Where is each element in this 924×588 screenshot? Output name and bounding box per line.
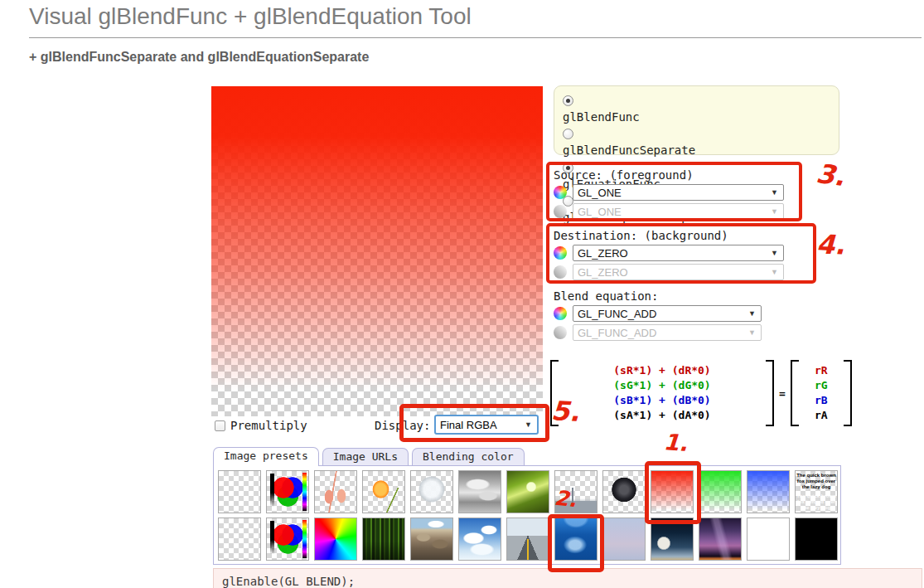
chevron-down-icon: ▼: [771, 249, 778, 257]
blend-equation-label: Blend equation:: [554, 289, 762, 303]
glblendfuncseparate-radio[interactable]: [563, 129, 573, 139]
white-thumbnail[interactable]: [747, 518, 790, 561]
black-thumbnail[interactable]: [795, 518, 838, 561]
annotation-number-3: 3.: [815, 163, 846, 189]
tulip-thumbnail[interactable]: [362, 470, 405, 513]
code-snippet: glEnable(GL_BLEND);: [213, 568, 922, 588]
matrix-bracket: [791, 360, 799, 426]
moon-thumbnail[interactable]: [651, 518, 694, 561]
display-select[interactable]: Final RGBA ▼: [434, 415, 539, 435]
bubble-thumbnail[interactable]: [410, 470, 453, 513]
blend-formula: (sR*1) + (dR*0) (sG*1) + (dG*0) (sB*1) +…: [550, 360, 852, 426]
chevron-down-icon: ▼: [771, 207, 778, 216]
chevron-down-icon: ▼: [771, 268, 778, 276]
premultiply-checkbox[interactable]: [215, 420, 225, 431]
display-label: Display:: [375, 419, 430, 432]
destination-label: Destination: (background): [554, 229, 784, 242]
blend-equation-select[interactable]: GL_FUNC_ADD ▼: [573, 305, 762, 322]
color-wheel-disabled-icon: [554, 265, 567, 279]
color-wheel-icon: [554, 307, 567, 320]
matrix-bracket: [550, 360, 559, 426]
function-options-panel: glBlendFuncglBlendFuncSeparate glEquatio…: [554, 85, 839, 155]
tab-image-presets[interactable]: Image presets: [213, 447, 319, 466]
source-alpha-select-disabled: GL_ONE ▼: [573, 203, 784, 220]
chevron-down-icon: ▼: [748, 309, 756, 318]
blend-func-radio-row: glBlendFuncglBlendFuncSeparate: [563, 92, 619, 155]
result-green: rG: [803, 378, 839, 393]
blend-preview-canvas: [211, 86, 543, 416]
formula-blue-row: (sB*1) + (dB*0): [563, 393, 762, 408]
matrix-bracket: [844, 360, 852, 426]
flamingos-thumbnail[interactable]: [314, 470, 357, 513]
result-red: rR: [803, 363, 839, 378]
equals-sign: =: [779, 387, 786, 400]
red-gradient-thumbnail[interactable]: [651, 470, 694, 513]
image-presets-panel: The quick brown fox jumped over the lazy…: [213, 465, 841, 565]
night-sky-thumbnail[interactable]: [699, 518, 742, 561]
source-select[interactable]: GL_ONE ▼: [573, 184, 784, 201]
haze-thumbnail[interactable]: [602, 518, 646, 561]
blend-tool-page: Visual glBlendFunc + glBlendEquation Too…: [0, 0, 924, 588]
annotation-number-1: 1.: [663, 430, 689, 454]
chevron-down-icon: ▼: [771, 188, 778, 197]
premultiply-label: Premultiply: [230, 419, 307, 432]
display-select-value: Final RGBA: [440, 419, 497, 431]
preset-row-background: [218, 518, 836, 561]
rgb-test-pattern-thumbnail[interactable]: [266, 470, 309, 513]
chevron-down-icon: ▼: [748, 328, 756, 337]
color-wheel-icon: [554, 186, 567, 199]
rainbow-wheel-thumbnail[interactable]: [314, 518, 357, 561]
glblendfunc-radio[interactable]: [563, 95, 573, 106]
blue-gradient-thumbnail[interactable]: [747, 470, 790, 513]
destination-group: Destination: (background) GL_ZERO ▼ GL_Z…: [554, 229, 784, 280]
chevron-down-icon: ▼: [525, 420, 532, 429]
bamboo-thumbnail[interactable]: [362, 518, 405, 561]
underwater-thumbnail[interactable]: [554, 518, 597, 561]
color-wheel-disabled-icon: [554, 326, 567, 339]
page-subtitle: + glBlendFuncSeparate and glBlendEquatio…: [29, 50, 369, 65]
blend-equation-select-value: GL_FUNC_ADD: [578, 308, 656, 320]
source-label: Source: (foreground): [554, 168, 784, 182]
image-tabs: Image presets Image URLs Blending color: [213, 447, 525, 465]
source-alpha-select-value: GL_ONE: [578, 206, 622, 218]
result-blue: rB: [803, 393, 839, 408]
formula-alpha-row: (sA*1) + (dA*0): [563, 408, 762, 423]
matrix-bracket: [766, 360, 774, 426]
rgb-test-pattern-thumbnail[interactable]: [266, 518, 309, 561]
rock-beach-thumbnail[interactable]: [410, 518, 453, 561]
text-sample-thumbnail[interactable]: The quick brown fox jumped over the lazy…: [795, 470, 838, 513]
result-alpha: rA: [803, 408, 839, 423]
blend-equation-alpha-select-disabled: GL_FUNC_ADD ▼: [573, 324, 762, 341]
destination-alpha-select-value: GL_ZERO: [578, 266, 628, 279]
tab-blending-color[interactable]: Blending color: [412, 448, 525, 465]
source-select-value: GL_ONE: [578, 187, 622, 199]
formula-red-row: (sR*1) + (dR*0): [563, 363, 762, 378]
dark-sphere-thumbnail[interactable]: [602, 470, 646, 513]
glblendfunc-radio-label: glBlendFunc: [563, 110, 640, 124]
green-gradient-thumbnail[interactable]: [699, 470, 742, 513]
color-wheel-icon: [554, 246, 567, 260]
destination-select-value: GL_ZERO: [578, 247, 628, 260]
source-group: Source: (foreground) GL_ONE ▼ GL_ONE ▼: [554, 168, 784, 220]
forest-canopy-thumbnail[interactable]: [506, 470, 549, 513]
transparent-thumbnail[interactable]: [218, 518, 261, 561]
page-title: Visual glBlendFunc + glBlendEquation Too…: [29, 3, 922, 38]
destination-alpha-select-disabled: GL_ZERO ▼: [573, 264, 784, 280]
blend-equation-group: Blend equation: GL_FUNC_ADD ▼ GL_FUNC_AD…: [554, 289, 762, 341]
preset-row-foreground: The quick brown fox jumped over the lazy…: [218, 470, 836, 513]
blend-equation-alpha-select-value: GL_FUNC_ADD: [578, 327, 656, 339]
sky-clouds-thumbnail[interactable]: [458, 518, 501, 561]
formula-green-row: (sG*1) + (dG*0): [563, 378, 762, 393]
road-thumbnail[interactable]: [506, 518, 549, 561]
tab-image-urls[interactable]: Image URLs: [322, 448, 409, 465]
destination-select[interactable]: GL_ZERO ▼: [573, 245, 784, 261]
annotation-number-4: 4.: [816, 233, 845, 256]
color-wheel-disabled-icon: [554, 205, 567, 218]
glblendfuncseparate-radio-label: glBlendFuncSeparate: [563, 143, 695, 157]
gray-clouds-thumbnail[interactable]: [458, 470, 501, 513]
city-skyline-thumbnail[interactable]: [554, 470, 597, 513]
transparent-thumbnail[interactable]: [218, 470, 261, 513]
